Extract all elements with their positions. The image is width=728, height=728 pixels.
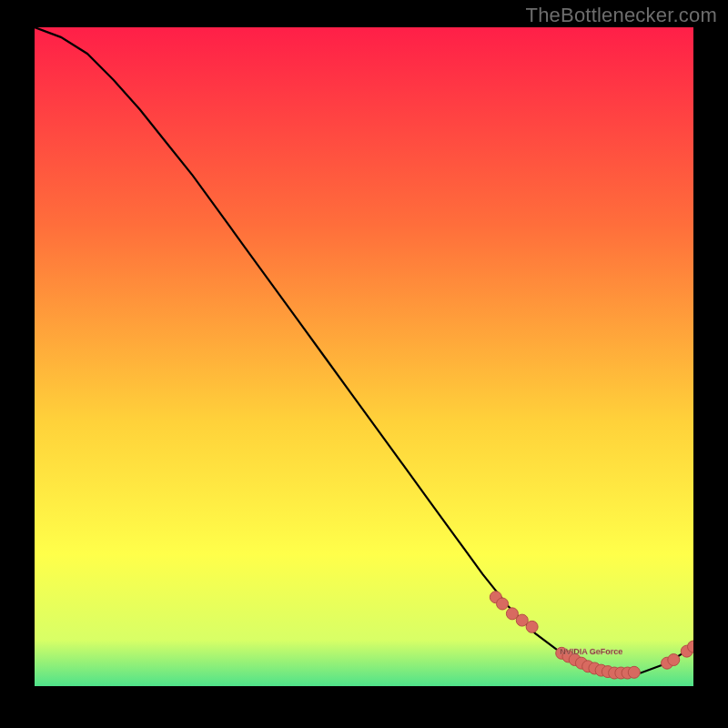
gradient-background (35, 27, 693, 686)
series-annotation: NVIDIA GeForce (560, 647, 622, 656)
data-marker (668, 654, 680, 666)
data-marker (628, 666, 640, 678)
plot-svg: NVIDIA GeForce (35, 27, 693, 686)
data-marker (526, 621, 538, 632)
plot-frame: NVIDIA GeForce (35, 27, 693, 686)
attribution-text: TheBottlenecker.com (526, 4, 717, 27)
chart-stage: TheBottlenecker.com NVIDIA GeForce (0, 0, 728, 728)
data-marker (497, 598, 509, 610)
